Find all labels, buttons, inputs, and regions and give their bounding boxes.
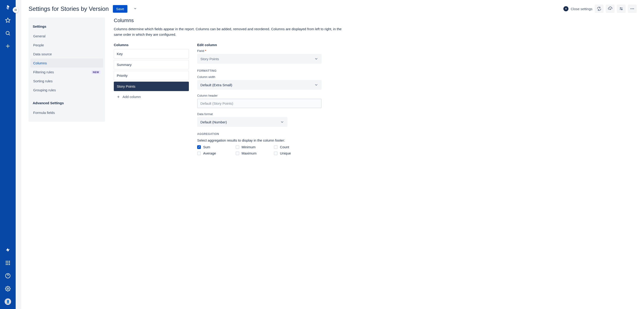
save-button[interactable]: Save bbox=[113, 5, 127, 13]
cloud-download-button[interactable] bbox=[606, 5, 614, 13]
refresh-button[interactable] bbox=[595, 5, 604, 13]
close-settings-label: Close settings bbox=[571, 7, 592, 11]
svg-marker-0 bbox=[6, 18, 10, 22]
settings-gear-icon[interactable] bbox=[4, 285, 11, 292]
add-column-label: Add column bbox=[122, 95, 141, 99]
settings-nav-panel: Settings GeneralPeopleData sourceColumns… bbox=[28, 18, 105, 122]
checkbox-box bbox=[236, 145, 239, 149]
add-icon[interactable] bbox=[4, 43, 11, 49]
column-item-summary[interactable]: Summary bbox=[114, 60, 189, 69]
checkbox-label: Unique bbox=[280, 151, 291, 155]
column-item-story-points[interactable]: Story Points bbox=[114, 82, 189, 91]
field-select[interactable]: Story Points bbox=[197, 54, 322, 64]
checkbox-box bbox=[274, 152, 278, 155]
columns-list-heading: Columns bbox=[114, 43, 189, 47]
checkbox-box bbox=[274, 145, 278, 149]
checkbox-label: Maximum bbox=[242, 151, 256, 155]
star-icon[interactable] bbox=[4, 17, 11, 24]
nav-item-label: General bbox=[33, 34, 45, 38]
advanced-settings-heading: Advanced Settings bbox=[30, 99, 103, 108]
svg-point-23 bbox=[620, 8, 621, 8]
columns-description: Columns determine which fields appear in… bbox=[114, 26, 344, 37]
help-icon[interactable] bbox=[4, 272, 11, 279]
title-name: Stories by Version bbox=[60, 5, 109, 12]
aggregation-section-label: AGGREGATION bbox=[197, 132, 322, 136]
nav-item-sorting-rules[interactable]: Sorting rules bbox=[30, 77, 103, 86]
aggregation-checkbox-average[interactable]: Average bbox=[197, 151, 231, 155]
svg-rect-12 bbox=[7, 264, 8, 265]
svg-rect-6 bbox=[7, 261, 8, 262]
chevron-down-icon bbox=[314, 83, 318, 87]
column-header-label: Column header bbox=[197, 94, 322, 97]
main-container: Settings for Stories by Version Save ✕ C… bbox=[21, 0, 644, 309]
column-item-priority[interactable]: Priority bbox=[114, 71, 189, 80]
notification-icon[interactable] bbox=[4, 247, 11, 253]
checkbox-label: Count bbox=[280, 145, 289, 149]
search-icon[interactable] bbox=[4, 30, 11, 37]
svg-point-16 bbox=[7, 288, 8, 289]
close-icon: ✕ bbox=[564, 6, 568, 11]
column-width-select[interactable]: Default (Extra Small) bbox=[197, 80, 322, 90]
svg-rect-9 bbox=[7, 262, 8, 263]
add-column-button[interactable]: Add column bbox=[114, 93, 189, 101]
nav-item-general[interactable]: General bbox=[30, 32, 103, 41]
aggregation-checkbox-maximum[interactable]: Maximum bbox=[236, 151, 270, 155]
nav-item-formula-fields[interactable]: Formula fields bbox=[30, 108, 103, 117]
nav-item-people[interactable]: People bbox=[30, 41, 103, 50]
divider-column bbox=[16, 0, 21, 309]
nav-item-label: Filtering rules bbox=[33, 70, 54, 74]
svg-line-2 bbox=[9, 34, 10, 36]
nav-item-filtering-rules[interactable]: Filtering rulesNEW bbox=[30, 68, 103, 77]
aggregation-checkbox-sum[interactable]: Sum bbox=[197, 145, 231, 149]
checkbox-box bbox=[197, 145, 201, 149]
data-format-select[interactable]: Default (Number) bbox=[197, 117, 288, 127]
svg-point-27 bbox=[633, 8, 634, 9]
checkbox-label: Minimum bbox=[242, 145, 256, 149]
page-title: Settings for Stories by Version bbox=[28, 5, 109, 13]
field-label: Field * bbox=[197, 49, 322, 53]
settings-heading: Settings bbox=[30, 22, 103, 32]
chevron-down-icon bbox=[280, 120, 284, 124]
columns-heading: Columns bbox=[114, 18, 634, 24]
page-header: Settings for Stories by Version Save ✕ C… bbox=[21, 0, 644, 18]
plus-icon bbox=[116, 95, 120, 99]
title-prefix: Settings for bbox=[28, 5, 60, 12]
more-button[interactable] bbox=[628, 5, 637, 13]
checkbox-box bbox=[197, 152, 201, 155]
nav-item-columns[interactable]: Columns bbox=[30, 59, 103, 68]
data-format-label: Data format bbox=[197, 112, 322, 116]
svg-point-24 bbox=[622, 9, 622, 10]
nav-item-grouping-rules[interactable]: Grouping rules bbox=[30, 86, 103, 95]
nav-item-data-source[interactable]: Data source bbox=[30, 50, 103, 59]
svg-rect-11 bbox=[6, 264, 7, 265]
adjustments-button[interactable] bbox=[617, 5, 626, 13]
column-header-input[interactable] bbox=[197, 99, 322, 108]
svg-rect-8 bbox=[6, 262, 7, 263]
app-logo-icon[interactable] bbox=[4, 4, 11, 11]
field-select-value: Story Points bbox=[200, 57, 219, 61]
user-avatar[interactable]: 👤 bbox=[4, 298, 11, 305]
chevron-down-icon bbox=[314, 57, 318, 61]
sidebar-collapse-toggle[interactable] bbox=[13, 7, 19, 13]
content-area: Columns Columns determine which fields a… bbox=[114, 18, 637, 302]
checkbox-label: Sum bbox=[203, 145, 210, 149]
svg-rect-10 bbox=[9, 262, 10, 263]
aggregation-checkbox-unique[interactable]: Unique bbox=[274, 151, 308, 155]
app-switcher-icon[interactable] bbox=[4, 260, 11, 266]
save-dropdown-button[interactable] bbox=[132, 5, 139, 13]
formatting-section-label: FORMATTING bbox=[197, 69, 322, 72]
checkbox-box bbox=[236, 152, 239, 155]
edit-column-heading: Edit column bbox=[197, 43, 322, 47]
close-settings-button[interactable]: ✕ Close settings bbox=[564, 6, 592, 11]
svg-point-1 bbox=[6, 31, 9, 35]
aggregation-checkbox-minimum[interactable]: Minimum bbox=[236, 145, 270, 149]
nav-item-label: Data source bbox=[33, 52, 52, 56]
aggregation-checkbox-count[interactable]: Count bbox=[274, 145, 308, 149]
column-item-key[interactable]: Key bbox=[114, 49, 189, 59]
svg-rect-13 bbox=[9, 264, 10, 265]
nav-item-label: Sorting rules bbox=[33, 79, 52, 83]
new-badge: NEW bbox=[92, 70, 100, 74]
nav-item-label: Grouping rules bbox=[33, 88, 56, 92]
nav-item-label: Formula fields bbox=[33, 111, 55, 115]
svg-rect-7 bbox=[9, 261, 10, 262]
